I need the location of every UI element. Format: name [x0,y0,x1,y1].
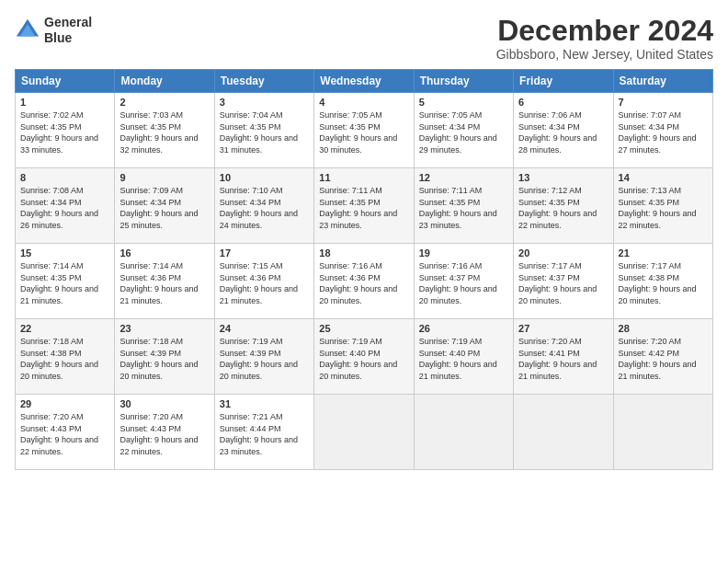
cell-info: Sunrise: 7:14 AMSunset: 4:36 PMDaylight:… [119,261,198,305]
calendar-cell: 3Sunrise: 7:04 AMSunset: 4:35 PMDaylight… [214,93,313,168]
cell-info: Sunrise: 7:12 AMSunset: 4:35 PMDaylight:… [518,186,597,230]
calendar-cell [314,395,414,470]
cell-info: Sunrise: 7:21 AMSunset: 4:44 PMDaylight:… [220,412,298,456]
cell-info: Sunrise: 7:08 AMSunset: 4:34 PMDaylight:… [20,186,98,230]
calendar-cell: 24Sunrise: 7:19 AMSunset: 4:39 PMDayligh… [214,319,313,395]
cell-info: Sunrise: 7:19 AMSunset: 4:40 PMDaylight:… [419,337,497,381]
title-block: December 2024 Gibbsboro, New Jersey, Uni… [496,15,713,62]
calendar-cell: 16Sunrise: 7:14 AMSunset: 4:36 PMDayligh… [115,244,214,319]
cell-info: Sunrise: 7:14 AMSunset: 4:35 PMDaylight:… [20,261,98,305]
day-number: 24 [220,323,309,334]
cell-info: Sunrise: 7:09 AMSunset: 4:34 PMDaylight:… [119,186,198,230]
day-number: 5 [419,97,508,108]
day-number: 19 [419,247,508,259]
header-sunday: Sunday [16,70,115,93]
header-wednesday: Wednesday [314,70,414,93]
cell-info: Sunrise: 7:19 AMSunset: 4:40 PMDaylight:… [319,337,397,381]
cell-info: Sunrise: 7:05 AMSunset: 4:34 PMDaylight:… [419,110,497,155]
cell-info: Sunrise: 7:20 AMSunset: 4:43 PMDaylight:… [20,412,98,456]
calendar-week-2: 8Sunrise: 7:08 AMSunset: 4:34 PMDaylight… [16,168,713,244]
day-number: 30 [119,398,209,409]
calendar-cell: 25Sunrise: 7:19 AMSunset: 4:40 PMDayligh… [314,319,414,395]
day-number: 26 [419,323,508,334]
calendar-cell: 11Sunrise: 7:11 AMSunset: 4:35 PMDayligh… [314,168,414,244]
day-number: 16 [119,247,209,259]
cell-info: Sunrise: 7:16 AMSunset: 4:37 PMDaylight:… [419,261,497,305]
day-number: 8 [20,172,109,183]
calendar-cell: 6Sunrise: 7:06 AMSunset: 4:34 PMDaylight… [514,93,613,168]
calendar-cell: 31Sunrise: 7:21 AMSunset: 4:44 PMDayligh… [214,395,313,470]
header-saturday: Saturday [613,70,712,93]
calendar-cell: 18Sunrise: 7:16 AMSunset: 4:36 PMDayligh… [314,244,414,319]
day-number: 10 [220,172,309,183]
cell-info: Sunrise: 7:18 AMSunset: 4:38 PMDaylight:… [20,337,98,381]
logo-icon [15,17,40,43]
cell-info: Sunrise: 7:16 AMSunset: 4:36 PMDaylight:… [319,261,397,305]
calendar-table: Sunday Monday Tuesday Wednesday Thursday… [15,69,713,470]
day-number: 1 [20,97,109,108]
day-number: 3 [220,97,309,108]
day-number: 27 [518,323,608,334]
calendar-cell: 21Sunrise: 7:17 AMSunset: 4:38 PMDayligh… [613,244,712,319]
calendar-cell: 20Sunrise: 7:17 AMSunset: 4:37 PMDayligh… [514,244,613,319]
calendar-cell: 26Sunrise: 7:19 AMSunset: 4:40 PMDayligh… [414,319,513,395]
cell-info: Sunrise: 7:11 AMSunset: 4:35 PMDaylight:… [319,186,397,230]
day-number: 18 [319,247,408,259]
calendar-week-5: 29Sunrise: 7:20 AMSunset: 4:43 PMDayligh… [16,395,713,470]
calendar-cell: 10Sunrise: 7:10 AMSunset: 4:34 PMDayligh… [214,168,313,244]
header: General Blue December 2024 Gibbsboro, Ne… [15,15,713,62]
day-number: 22 [20,323,109,334]
calendar-cell: 28Sunrise: 7:20 AMSunset: 4:42 PMDayligh… [613,319,712,395]
calendar-cell: 8Sunrise: 7:08 AMSunset: 4:34 PMDaylight… [16,168,115,244]
calendar-cell: 7Sunrise: 7:07 AMSunset: 4:34 PMDaylight… [613,93,712,168]
day-number: 7 [619,97,708,108]
header-monday: Monday [115,70,214,93]
day-number: 2 [119,97,209,108]
header-friday: Friday [514,70,613,93]
cell-info: Sunrise: 7:03 AMSunset: 4:35 PMDaylight:… [119,110,198,155]
cell-info: Sunrise: 7:18 AMSunset: 4:39 PMDaylight:… [119,337,198,381]
calendar-header: Sunday Monday Tuesday Wednesday Thursday… [16,70,713,93]
day-number: 25 [319,323,408,334]
day-number: 6 [518,97,608,108]
location: Gibbsboro, New Jersey, United States [496,47,713,62]
cell-info: Sunrise: 7:11 AMSunset: 4:35 PMDaylight:… [419,186,497,230]
cell-info: Sunrise: 7:17 AMSunset: 4:37 PMDaylight:… [518,261,597,305]
day-number: 4 [319,97,408,108]
cell-info: Sunrise: 7:20 AMSunset: 4:41 PMDaylight:… [518,337,597,381]
cell-info: Sunrise: 7:13 AMSunset: 4:35 PMDaylight:… [619,186,697,230]
calendar-week-1: 1Sunrise: 7:02 AMSunset: 4:35 PMDaylight… [16,93,713,168]
calendar-cell [514,395,613,470]
calendar-cell: 2Sunrise: 7:03 AMSunset: 4:35 PMDaylight… [115,93,214,168]
day-number: 11 [319,172,408,183]
calendar-cell: 29Sunrise: 7:20 AMSunset: 4:43 PMDayligh… [16,395,115,470]
calendar-cell: 30Sunrise: 7:20 AMSunset: 4:43 PMDayligh… [115,395,214,470]
calendar-cell: 22Sunrise: 7:18 AMSunset: 4:38 PMDayligh… [16,319,115,395]
cell-info: Sunrise: 7:20 AMSunset: 4:43 PMDaylight:… [119,412,198,456]
day-number: 9 [119,172,209,183]
logo: General Blue [15,15,92,46]
calendar-week-3: 15Sunrise: 7:14 AMSunset: 4:35 PMDayligh… [16,244,713,319]
cell-info: Sunrise: 7:07 AMSunset: 4:34 PMDaylight:… [619,110,697,155]
cell-info: Sunrise: 7:17 AMSunset: 4:38 PMDaylight:… [619,261,697,305]
day-number: 31 [220,398,309,409]
calendar-cell [613,395,712,470]
header-thursday: Thursday [414,70,513,93]
calendar-cell [414,395,513,470]
day-number: 12 [419,172,508,183]
calendar-cell: 17Sunrise: 7:15 AMSunset: 4:36 PMDayligh… [214,244,313,319]
day-number: 20 [518,247,608,259]
logo-text: General Blue [44,15,92,46]
calendar-cell: 14Sunrise: 7:13 AMSunset: 4:35 PMDayligh… [613,168,712,244]
calendar-cell: 15Sunrise: 7:14 AMSunset: 4:35 PMDayligh… [16,244,115,319]
cell-info: Sunrise: 7:04 AMSunset: 4:35 PMDaylight:… [220,110,298,155]
header-tuesday: Tuesday [214,70,313,93]
calendar-cell: 5Sunrise: 7:05 AMSunset: 4:34 PMDaylight… [414,93,513,168]
day-number: 28 [619,323,708,334]
calendar-cell: 12Sunrise: 7:11 AMSunset: 4:35 PMDayligh… [414,168,513,244]
calendar-cell: 27Sunrise: 7:20 AMSunset: 4:41 PMDayligh… [514,319,613,395]
page-container: General Blue December 2024 Gibbsboro, Ne… [0,0,728,477]
cell-info: Sunrise: 7:20 AMSunset: 4:42 PMDaylight:… [619,337,697,381]
calendar-cell: 19Sunrise: 7:16 AMSunset: 4:37 PMDayligh… [414,244,513,319]
calendar-cell: 9Sunrise: 7:09 AMSunset: 4:34 PMDaylight… [115,168,214,244]
